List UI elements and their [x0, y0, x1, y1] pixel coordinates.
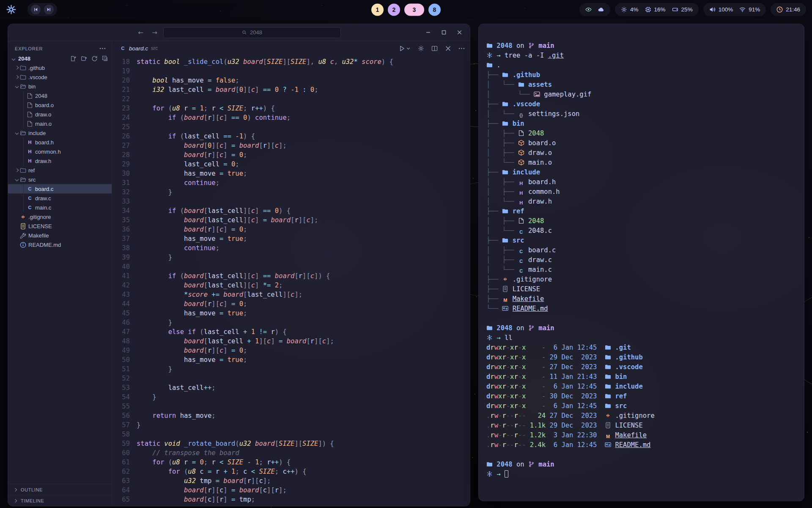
explorer-item-board-c[interactable]: Cboard.c: [8, 184, 112, 193]
clock-widget[interactable]: 21:46: [771, 3, 806, 16]
code-line-44[interactable]: board[r][c] = 0;: [137, 299, 470, 309]
media-skip-forward-button[interactable]: [44, 5, 54, 14]
code-line-59[interactable]: static void _rotate_board(u32 board[SIZE…: [137, 439, 470, 448]
code-line-34[interactable]: if (board[last_cell][c] == 0) {: [137, 206, 470, 215]
workspace-3[interactable]: 3: [404, 3, 424, 16]
code-line-41[interactable]: if (board[last_cell][c] == board[r][c]) …: [137, 271, 470, 281]
maximize-button[interactable]: [441, 30, 447, 35]
code-line-49[interactable]: board[r][c] = 0;: [137, 346, 470, 355]
code-line-38[interactable]: continue;: [137, 243, 470, 253]
code-line-20[interactable]: bool has_move = false;: [137, 76, 470, 85]
explorer-item-bin[interactable]: bin: [8, 82, 112, 91]
code-line-64[interactable]: board[r][c] = board[c][r];: [137, 486, 470, 495]
code-line-21[interactable]: i32 last_cell = board[0][c] == 0 ? -1 : …: [137, 85, 470, 94]
explorer-item--github[interactable]: .github: [8, 63, 112, 72]
code-line-35[interactable]: board[last_cell][c] = board[r][c];: [137, 215, 470, 225]
explorer-item-ref[interactable]: ref: [8, 166, 112, 175]
code-line-22[interactable]: ​: [137, 94, 470, 104]
explorer-item-board-o[interactable]: board.o: [8, 100, 112, 110]
new-folder-button[interactable]: [81, 55, 87, 62]
explorer-item--gitignore[interactable]: .gitignore: [8, 212, 112, 221]
code-line-58[interactable]: ​: [137, 430, 470, 439]
more-icon[interactable]: [99, 45, 106, 52]
refresh-explorer-button[interactable]: [91, 55, 98, 62]
search-bar[interactable]: 2048: [163, 27, 341, 38]
minimize-button[interactable]: [425, 30, 431, 35]
code-line-29[interactable]: last_cell = 0;: [137, 160, 470, 169]
code-line-39[interactable]: }: [137, 253, 470, 262]
explorer-item-2048[interactable]: 2048: [8, 91, 112, 100]
code-editor[interactable]: 1819202122232425262728293031323334353637…: [112, 55, 470, 506]
code-line-31[interactable]: continue;: [137, 178, 470, 188]
explorer-item-draw-o[interactable]: draw.o: [8, 110, 112, 119]
code-line-19[interactable]: ​: [137, 66, 470, 76]
code-line-40[interactable]: ​: [137, 262, 470, 271]
audio-network-widget[interactable]: 100%91%: [703, 3, 766, 16]
code-line-56[interactable]: return has_move;: [137, 411, 470, 420]
panel-timeline[interactable]: TIMELINE: [8, 495, 112, 506]
tab-board-c[interactable]: C board.c src: [115, 41, 163, 55]
explorer-item-makefile[interactable]: Makefile: [8, 231, 112, 240]
explorer-item-include[interactable]: include: [8, 128, 112, 138]
run-button[interactable]: [399, 45, 411, 52]
code-line-33[interactable]: ​: [137, 197, 470, 206]
code-line-45[interactable]: has_move = true;: [137, 309, 470, 318]
panel-outline[interactable]: OUTLINE: [8, 484, 112, 495]
launcher-button[interactable]: [6, 4, 16, 15]
more-actions-button[interactable]: [458, 45, 465, 52]
code-line-26[interactable]: if (last_cell == -1) {: [137, 132, 470, 141]
explorer-item-license[interactable]: LICENSE: [8, 221, 112, 231]
explorer-item-src[interactable]: src: [8, 175, 112, 184]
code-line-23[interactable]: for (u8 r = 1; r < SIZE; r++) {: [137, 104, 470, 113]
code-line-47[interactable]: else if (last_cell + 1 != r) {: [137, 327, 470, 337]
code-line-57[interactable]: }: [137, 420, 470, 430]
split-editor-button[interactable]: [431, 45, 438, 52]
code-line-55[interactable]: ​: [137, 402, 470, 411]
code-line-30[interactable]: has_move = true;: [137, 169, 470, 178]
explorer-item-draw-c[interactable]: Cdraw.c: [8, 193, 112, 203]
code-line-51[interactable]: }: [137, 364, 470, 374]
explorer-item--vscode[interactable]: .vscode: [8, 72, 112, 82]
code-line-43[interactable]: *score += board[last_cell][c];: [137, 290, 470, 299]
settings-button[interactable]: [418, 45, 424, 52]
collapse-folders-button[interactable]: [102, 55, 108, 62]
code-line-36[interactable]: board[r][c] = 0;: [137, 225, 470, 234]
workspace-1[interactable]: 1: [371, 3, 384, 16]
new-file-button[interactable]: [70, 55, 77, 62]
code-line-18[interactable]: static bool _slide_col(u32 board[SIZE][S…: [137, 57, 470, 66]
explorer-root[interactable]: 2048: [8, 54, 112, 63]
code-line-54[interactable]: }: [137, 392, 470, 402]
code-line-50[interactable]: has_move = true;: [137, 355, 470, 364]
code-line-46[interactable]: }: [137, 318, 470, 327]
code-line-25[interactable]: ​: [137, 122, 470, 132]
code-line-61[interactable]: for (u8 r = 0; r < SIZE - 1; r++) {: [137, 458, 470, 467]
code-line-65[interactable]: board[c][r] = tmp;: [137, 495, 470, 504]
forward-arrow-icon[interactable]: →: [151, 29, 158, 36]
code-line-48[interactable]: board[last_cell + 1][c] = board[r][c];: [137, 337, 470, 346]
explorer-item-main-c[interactable]: Cmain.c: [8, 203, 112, 212]
weather-widget[interactable]: [579, 3, 610, 16]
code-line-63[interactable]: u32 tmp = board[r][c];: [137, 476, 470, 486]
explorer-item-main-o[interactable]: main.o: [8, 119, 112, 128]
close-button[interactable]: [457, 30, 462, 35]
explorer-item-readme-md[interactable]: README.md: [8, 240, 112, 249]
code-line-32[interactable]: }: [137, 188, 470, 197]
code-line-62[interactable]: for (u8 c = r + 1; c < SIZE; c++) {: [137, 467, 470, 476]
back-arrow-icon[interactable]: ←: [137, 29, 144, 36]
explorer-item-draw-h[interactable]: Hdraw.h: [8, 156, 112, 166]
explorer-item-board-h[interactable]: Hboard.h: [8, 138, 112, 147]
explorer-item-common-h[interactable]: Hcommon.h: [8, 147, 112, 156]
code-line-52[interactable]: ​: [137, 374, 470, 383]
system-stats-widget[interactable]: 4%16%25%: [615, 3, 699, 16]
code-line-24[interactable]: if (board[r][c] == 0) continue;: [137, 113, 470, 122]
workspace-8[interactable]: 8: [428, 3, 441, 16]
code-line-28[interactable]: board[r][c] = 0;: [137, 150, 470, 160]
code-line-42[interactable]: board[last_cell][c] *= 2;: [137, 281, 470, 290]
code-line-37[interactable]: has_move = true;: [137, 234, 470, 243]
media-skip-back-button[interactable]: [31, 5, 41, 14]
code-line-27[interactable]: board[0][c] = board[r][c];: [137, 141, 470, 150]
code-line-60[interactable]: // transpose the board: [137, 448, 470, 458]
terminal-output[interactable]: 2048 on main → tree -a -I .git .├── .git…: [479, 24, 804, 486]
close-editor-button[interactable]: [445, 45, 451, 52]
code-line-53[interactable]: last_cell++;: [137, 383, 470, 392]
